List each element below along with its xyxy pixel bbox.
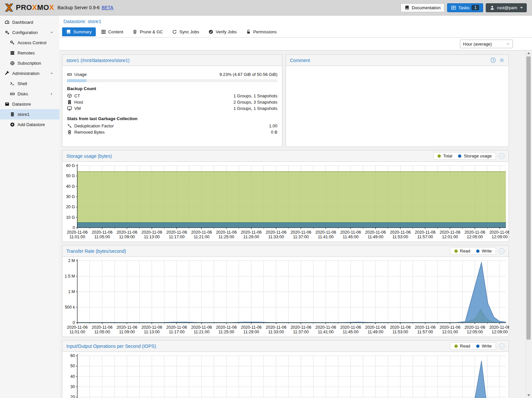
svg-text:11:57:00: 11:57:00 xyxy=(417,235,433,239)
legend-dot xyxy=(438,154,441,158)
legend-item-write[interactable]: Write xyxy=(476,249,492,253)
backup-count-heading: Backup Count xyxy=(67,86,277,91)
chevron-down-icon xyxy=(506,42,510,46)
sidebar-item-datastore[interactable]: Datastore xyxy=(0,99,59,109)
iops-legend: Read Write xyxy=(450,342,496,350)
sidebar: Dashboard Configuration Access Control R… xyxy=(0,16,59,398)
legend-item-storage-usage[interactable]: Storage usage xyxy=(458,153,492,158)
legend-item-read[interactable]: Read xyxy=(454,344,470,348)
legend-item-read[interactable]: Read xyxy=(454,249,470,253)
svg-text:2020-11-06: 2020-11-06 xyxy=(266,230,287,235)
svg-text:2020-11-06: 2020-11-06 xyxy=(216,230,237,235)
legend-item-total[interactable]: Total xyxy=(438,153,452,158)
svg-text:2020-11-06: 2020-11-06 xyxy=(315,325,336,330)
scrollbar-up-arrow[interactable] xyxy=(526,50,531,56)
terminal-icon xyxy=(10,81,15,86)
svg-text:12:09:00: 12:09:00 xyxy=(492,235,508,239)
svg-text:2020-11-06: 2020-11-06 xyxy=(489,325,509,330)
svg-text:60 G: 60 G xyxy=(66,163,75,168)
svg-text:30 G: 30 G xyxy=(66,194,75,199)
iops-title: Input/Output Operations per Second (IOPS… xyxy=(66,344,156,349)
caret-right-icon[interactable] xyxy=(49,91,54,96)
svg-text:11:41:00: 11:41:00 xyxy=(318,330,334,334)
svg-text:11:25:00: 11:25:00 xyxy=(219,235,234,239)
sidebar-item-disks[interactable]: Disks xyxy=(0,89,59,99)
sidebar-item-dashboard[interactable]: Dashboard xyxy=(0,17,59,27)
sidebar-item-shell[interactable]: Shell xyxy=(0,79,59,89)
sidebar-item-administration[interactable]: Administration xyxy=(0,68,59,79)
svg-text:12:01:00: 12:01:00 xyxy=(442,330,458,334)
tab-verify-jobs[interactable]: Verify Jobs xyxy=(204,27,241,36)
sidebar-item-store1[interactable]: store1 xyxy=(0,109,59,119)
svg-text:11:17:00: 11:17:00 xyxy=(169,330,185,334)
app-subtitle: Backup Server 0.9-6 xyxy=(57,5,100,10)
gear-icon[interactable] xyxy=(499,57,505,63)
sidebar-item-subscription[interactable]: Subscription xyxy=(0,58,59,68)
gc-row-removed-bytes: Removed Bytes 0 B xyxy=(67,129,277,135)
svg-text:12:01:00: 12:01:00 xyxy=(442,235,458,239)
legend-item-write[interactable]: Write xyxy=(476,344,492,348)
sidebar-item-configuration[interactable]: Configuration xyxy=(0,27,59,38)
scrollbar-thumb[interactable] xyxy=(526,56,531,340)
caret-down-icon[interactable] xyxy=(49,71,54,76)
svg-text:11:01:00: 11:01:00 xyxy=(69,330,85,334)
svg-text:11:49:00: 11:49:00 xyxy=(368,235,383,239)
tab-sync-jobs[interactable]: Sync Jobs xyxy=(168,27,203,36)
svg-text:0: 0 xyxy=(73,225,75,230)
gears-icon xyxy=(5,30,10,35)
documentation-button[interactable]: Documentation xyxy=(401,3,444,12)
sidebar-item-remotes[interactable]: Remotes xyxy=(0,48,59,58)
top-bar: PROXMOX Backup Server 0.9-6 BETA Documen… xyxy=(0,0,532,16)
svg-text:11:01:00: 11:01:00 xyxy=(69,235,85,239)
svg-text:2020-11-06: 2020-11-06 xyxy=(390,230,411,235)
brand-text: PROXMOX xyxy=(16,3,54,12)
svg-text:2020-11-06: 2020-11-06 xyxy=(489,230,509,235)
svg-text:11:37:00: 11:37:00 xyxy=(293,235,309,239)
transfer-rate-chart: 0500 k1 M1.5 M2 M2020-11-0611:01:002020-… xyxy=(62,257,509,337)
svg-text:20 G: 20 G xyxy=(66,205,75,209)
collapse-chart-icon[interactable] xyxy=(499,248,505,254)
svg-text:2020-11-06: 2020-11-06 xyxy=(266,325,287,330)
svg-text:1.5 M: 1.5 M xyxy=(65,274,75,279)
tachometer-icon xyxy=(5,20,10,25)
sidebar-item-access-control[interactable]: Access Control xyxy=(0,38,59,48)
svg-text:11:21:00: 11:21:00 xyxy=(194,235,209,239)
user-icon xyxy=(490,5,495,10)
collapse-chart-icon[interactable] xyxy=(499,153,505,159)
sidebar-item-add-datastore[interactable]: Add Datastore xyxy=(0,119,59,130)
svg-text:11:57:00: 11:57:00 xyxy=(417,330,433,334)
tab-summary[interactable]: Summary xyxy=(62,27,96,36)
book-icon xyxy=(405,5,409,10)
vertical-scrollbar[interactable] xyxy=(526,50,531,398)
tab-permissions[interactable]: Permissions xyxy=(242,27,281,36)
user-menu-button[interactable]: root@pam xyxy=(486,3,527,12)
transfer-rate-title: Transfer Rate (bytes/second) xyxy=(66,249,126,254)
svg-text:11:45:00: 11:45:00 xyxy=(343,235,359,239)
trash-icon xyxy=(132,29,137,34)
svg-text:2020-11-06: 2020-11-06 xyxy=(415,230,436,235)
comment-content[interactable] xyxy=(286,66,509,77)
svg-text:11:25:00: 11:25:00 xyxy=(219,330,234,334)
svg-text:12:09:00: 12:09:00 xyxy=(492,330,508,334)
tab-content[interactable]: Content xyxy=(97,27,127,36)
svg-text:11:13:00: 11:13:00 xyxy=(144,330,160,334)
svg-text:11:29:00: 11:29:00 xyxy=(243,235,259,239)
chevron-circle-right-icon[interactable] xyxy=(490,57,496,63)
proxmox-logo: PROXMOX xyxy=(4,3,54,13)
beta-link[interactable]: BETA xyxy=(102,5,114,10)
svg-text:50 G: 50 G xyxy=(66,174,75,178)
svg-text:2020-11-06: 2020-11-06 xyxy=(92,230,113,235)
svg-text:2020-11-06: 2020-11-06 xyxy=(166,325,187,330)
legend-dot xyxy=(454,345,458,348)
time-range-select[interactable]: Hour (average) xyxy=(460,40,513,48)
backup-row-vm: VM 1 Groups, 1 Snapshots xyxy=(67,105,277,112)
caret-down-icon[interactable] xyxy=(49,30,54,35)
scrollbar-down-arrow[interactable] xyxy=(526,393,531,398)
scroll-area: store1 (/mnt/datastores/store1) Usage 9.… xyxy=(59,50,532,398)
svg-text:2020-11-06: 2020-11-06 xyxy=(464,325,485,330)
tasks-button[interactable]: Tasks 1 xyxy=(447,3,483,12)
svg-text:2020-11-06: 2020-11-06 xyxy=(67,230,88,235)
svg-text:2020-11-06: 2020-11-06 xyxy=(166,230,187,235)
tab-prune-gc[interactable]: Prune & GC xyxy=(128,27,167,36)
collapse-chart-icon[interactable] xyxy=(499,343,505,349)
